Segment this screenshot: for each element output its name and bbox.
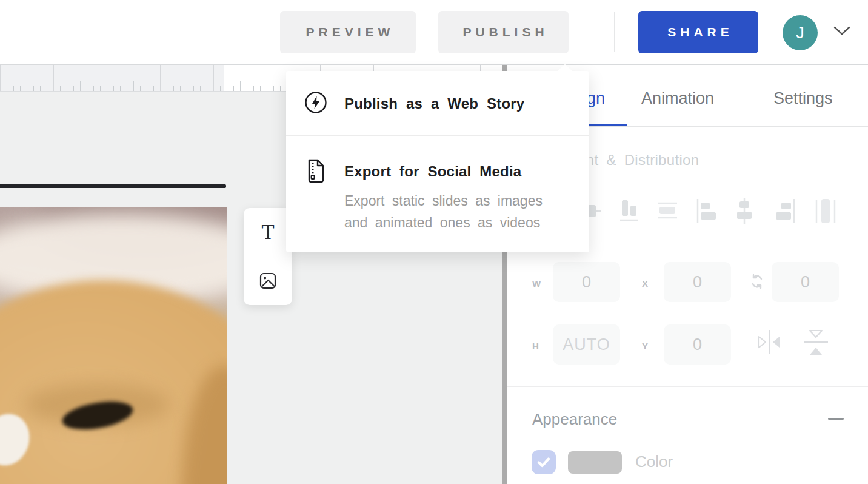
distribute-horizontal-icon[interactable] <box>814 197 837 225</box>
zip-file-icon <box>305 159 326 183</box>
appearance-section-title: Appearance <box>532 410 617 429</box>
share-button[interactable]: SHARE <box>638 11 758 53</box>
canvas-dog-image[interactable] <box>0 207 227 484</box>
color-checkbox[interactable] <box>532 450 556 474</box>
text-tool-icon: T <box>262 221 275 243</box>
width-input[interactable] <box>553 262 620 302</box>
flip-horizontal-icon[interactable] <box>755 329 783 355</box>
height-input[interactable] <box>553 324 620 365</box>
avatar[interactable]: J <box>783 15 818 50</box>
avatar-initial: J <box>796 24 804 42</box>
y-input[interactable] <box>664 324 731 365</box>
width-label: W <box>532 278 541 289</box>
image-icon <box>259 272 276 289</box>
align-left-icon[interactable] <box>695 197 718 225</box>
image-tool-button[interactable] <box>244 257 292 305</box>
menu-item-label: Publish as a Web Story <box>344 95 524 112</box>
tab-settings[interactable]: Settings <box>773 89 833 108</box>
canvas-element-line[interactable] <box>0 184 226 188</box>
lightning-circle-icon <box>304 90 328 115</box>
insert-toolbar: T <box>244 208 292 305</box>
rotate-icon[interactable] <box>749 273 765 290</box>
color-swatch[interactable] <box>568 451 622 474</box>
align-right-icon[interactable] <box>773 197 796 225</box>
color-label: Color <box>635 452 673 471</box>
checkmark-icon <box>536 455 552 469</box>
x-input[interactable] <box>664 262 731 302</box>
tab-animation[interactable]: Animation <box>641 89 714 108</box>
flip-vertical-icon[interactable] <box>802 327 830 358</box>
preview-button[interactable]: PREVIEW <box>280 11 416 53</box>
align-horizontal-center-icon[interactable] <box>733 197 756 225</box>
menu-item-export-social-media[interactable]: Export for Social Media Export static sl… <box>286 135 589 252</box>
story-editor: T Design Animation Settings Alignment & … <box>0 0 868 484</box>
collapse-section-icon[interactable] <box>828 416 844 421</box>
text-tool-button[interactable]: T <box>244 208 292 257</box>
menu-item-label: Export for Social Media <box>344 163 521 180</box>
header-divider <box>614 12 615 52</box>
section-divider <box>507 386 868 387</box>
distribute-vertical-icon[interactable] <box>656 197 679 225</box>
x-label: X <box>642 278 649 289</box>
top-bar: PREVIEW PUBLISH SHARE J <box>0 0 868 65</box>
menu-item-description: Export static slides as images and anima… <box>344 190 564 234</box>
menu-item-publish-web-story[interactable]: Publish as a Web Story <box>286 71 589 135</box>
height-label: H <box>532 341 539 351</box>
chevron-down-icon[interactable] <box>833 25 851 36</box>
publish-dropdown-menu: Publish as a Web Story Export for Social… <box>286 71 589 252</box>
align-bottom-icon[interactable] <box>618 197 641 225</box>
publish-button[interactable]: PUBLISH <box>438 11 569 53</box>
y-label: Y <box>642 341 649 351</box>
rotation-input[interactable] <box>772 262 839 302</box>
